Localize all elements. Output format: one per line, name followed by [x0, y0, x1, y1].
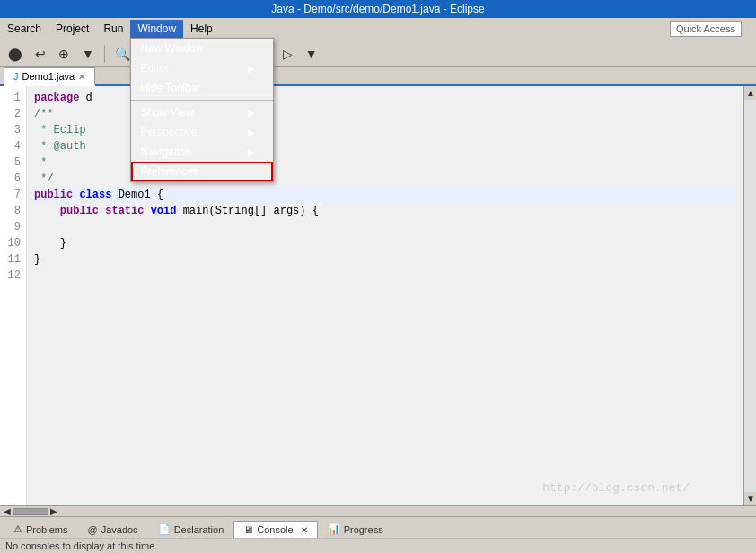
problems-label: Problems — [26, 524, 67, 535]
toolbar-btn-4[interactable]: ▼ — [77, 44, 99, 64]
javadoc-icon: @ — [87, 524, 97, 535]
menu-help[interactable]: Help — [183, 20, 220, 38]
sep-1 — [104, 45, 105, 63]
menu-show-view[interactable]: Show View ▶ — [131, 102, 273, 122]
editor-main: 1 2 3 4 5 6 7 8 9 10 11 12 package d /**… — [0, 86, 756, 505]
tab-javadoc[interactable]: @ Javadoc — [77, 521, 147, 538]
tab-label: Demo1.java — [22, 71, 75, 82]
toolbar: ⬤ ↩ ⊕ ▼ 🔍 ⬤ ◀ ▷ ▼ ⬤ ▷ ▼ — [0, 40, 756, 67]
scroll-thumb-h[interactable] — [13, 508, 48, 515]
progress-icon: 📊 — [328, 523, 340, 535]
toolbar-btn-3[interactable]: ⊕ — [54, 44, 74, 64]
javadoc-label: Javadoc — [101, 524, 138, 535]
code-line-12 — [34, 268, 736, 284]
toolbar-btn-11[interactable]: ▷ — [278, 44, 297, 64]
menu-perspective[interactable]: Perspective ▶ — [131, 122, 273, 142]
toolbar-btn-2[interactable]: ↩ — [31, 44, 50, 64]
menu-run[interactable]: Run — [96, 20, 130, 38]
tab-close-btn[interactable]: ✕ — [78, 72, 85, 82]
perspective-arrow: ▶ — [248, 127, 255, 137]
console-label: Console — [257, 524, 293, 535]
window-dropdown: New Window Editor ▶ Hide Toolbar Show Vi… — [130, 38, 274, 182]
show-view-arrow: ▶ — [248, 108, 255, 118]
menu-hide-toolbar[interactable]: Hide Toolbar — [131, 78, 273, 98]
scroll-left[interactable]: ◀ — [2, 505, 13, 516]
menu-editor[interactable]: Editor ▶ — [131, 58, 273, 78]
editor-tab-bar: J Demo1.java ✕ — [0, 67, 756, 86]
editor-arrow: ▶ — [248, 64, 255, 74]
code-line-11: } — [34, 251, 736, 268]
status-bar: No consoles to display at this time. — [0, 538, 756, 553]
declaration-label: Declaration — [174, 524, 224, 535]
separator-1 — [131, 100, 273, 101]
tab-console[interactable]: 🖥 Console ✕ — [233, 521, 317, 538]
toolbar-btn-1[interactable]: ⬤ — [4, 44, 27, 64]
console-close[interactable]: ✕ — [301, 525, 308, 535]
right-scrollbar[interactable]: ▲ ▼ — [743, 86, 756, 505]
menu-navigation[interactable]: Navigation ▶ — [131, 142, 273, 162]
menu-search[interactable]: Search — [0, 20, 48, 38]
bottom-tab-bar: ⚠ Problems @ Javadoc 📄 Declaration 🖥 Con… — [0, 516, 756, 538]
code-line-9 — [34, 219, 736, 235]
code-line-8: public static void main(String[] args) { — [34, 203, 736, 219]
watermark: http://blog.csdn.net/ — [542, 480, 690, 496]
code-line-7: public class Demo1 { — [34, 187, 736, 203]
scroll-track[interactable] — [744, 100, 756, 492]
problems-icon: ⚠ — [13, 523, 22, 535]
navigation-arrow: ▶ — [248, 147, 255, 157]
title-text: Java - Demo/src/demo/Demo1.java - Eclips… — [271, 3, 484, 15]
menu-bar: Search Project Run Window New Window Edi… — [0, 18, 756, 40]
menu-window-label: Window — [137, 22, 176, 35]
menu-project[interactable]: Project — [48, 20, 96, 38]
editor-tab-demo1[interactable]: J Demo1.java ✕ — [4, 67, 95, 86]
scroll-right[interactable]: ▶ — [48, 505, 59, 516]
scrollbar-horizontal[interactable]: ◀ ▶ — [0, 505, 756, 516]
quick-access[interactable]: Quick Access — [670, 21, 742, 37]
menu-window[interactable]: Window New Window Editor ▶ Hide Toolbar … — [130, 20, 183, 38]
toolbar-btn-12[interactable]: ▼ — [301, 44, 322, 64]
scroll-down[interactable]: ▼ — [744, 492, 756, 505]
code-line-10: } — [34, 235, 736, 251]
menu-preferences[interactable]: Preferences — [131, 162, 273, 181]
menu-new-window[interactable]: New Window — [131, 39, 273, 58]
tab-icon: J — [13, 71, 19, 82]
console-icon: 🖥 — [243, 524, 253, 535]
tab-declaration[interactable]: 📄 Declaration — [148, 520, 234, 538]
scroll-up[interactable]: ▲ — [744, 86, 756, 100]
progress-label: Progress — [344, 524, 383, 535]
declaration-icon: 📄 — [158, 523, 171, 535]
tab-problems[interactable]: ⚠ Problems — [4, 520, 77, 538]
title-bar: Java - Demo/src/demo/Demo1.java - Eclips… — [0, 0, 756, 18]
status-text: No consoles to display at this time. — [5, 540, 157, 551]
tab-progress[interactable]: 📊 Progress — [318, 520, 393, 538]
editor-wrapper: 1 2 3 4 5 6 7 8 9 10 11 12 package d /**… — [0, 86, 756, 516]
line-numbers: 1 2 3 4 5 6 7 8 9 10 11 12 — [0, 86, 27, 505]
